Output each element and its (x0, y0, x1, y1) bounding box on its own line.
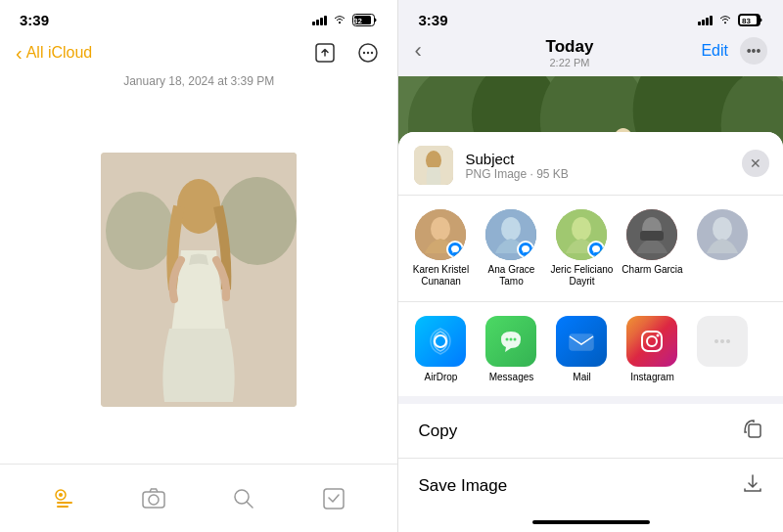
svg-point-40 (572, 217, 591, 241)
contact-avatar-4 (626, 209, 677, 260)
svg-point-54 (714, 339, 718, 343)
svg-rect-20 (324, 489, 344, 509)
contact-item-1[interactable]: Karen Kristel Cunanan (408, 209, 473, 288)
save-image-label: Save Image (418, 476, 507, 496)
contact-avatar-1 (415, 209, 466, 260)
contact-item-3[interactable]: Jeric Feliciano Dayrit (549, 209, 614, 288)
svg-point-45 (713, 217, 732, 241)
airdrop-label: AirDrop (425, 372, 458, 382)
copy-action[interactable]: Copy (398, 404, 783, 459)
left-status-bar: 3:39 32 (0, 0, 397, 35)
mail-app[interactable]: Mail (549, 316, 614, 382)
back-label: All iCloud (26, 44, 93, 62)
battery-icon: 32 (352, 14, 378, 26)
nav-center: Today 2:22 PM (546, 37, 594, 68)
camera-icon (141, 486, 166, 511)
airdrop-icon (415, 316, 466, 367)
airdrop-app[interactable]: AirDrop (408, 316, 473, 382)
copy-label: Copy (418, 421, 457, 441)
svg-point-8 (371, 52, 373, 54)
contact-name-2: Ana Grace Tamo (479, 264, 543, 288)
library-icon (52, 486, 77, 511)
contact-name-1: Karen Kristel Cunanan (408, 264, 473, 288)
signal-icon (312, 14, 327, 25)
photo-container (0, 96, 397, 464)
svg-point-52 (647, 336, 657, 346)
right-signal-icon (698, 14, 713, 25)
left-panel: 3:39 32 ‹ All (0, 0, 397, 532)
instagram-label: Instagram (630, 372, 673, 382)
right-status-time: 3:39 (418, 12, 447, 28)
nav-title: Today (546, 37, 594, 57)
svg-point-47 (506, 338, 509, 341)
upload-button[interactable] (311, 39, 339, 66)
instagram-app[interactable]: Instagram (620, 316, 684, 382)
svg-point-55 (720, 339, 724, 343)
more-app-svg (708, 327, 737, 356)
edit-tab[interactable] (309, 486, 358, 511)
save-icon (742, 472, 763, 499)
share-contacts: Karen Kristel Cunanan Ana Grace Tamo (398, 195, 783, 301)
messages-label: Messages (489, 372, 534, 382)
svg-point-49 (514, 338, 517, 341)
share-header-info: Subject PNG Image · 95 KB (465, 151, 568, 181)
share-actions: Copy Save Image (398, 404, 783, 512)
messenger-badge-2 (517, 241, 534, 258)
contact-avatar-2 (485, 209, 536, 260)
share-thumb-preview (414, 146, 453, 185)
search-icon (231, 486, 256, 511)
edit-icon (321, 486, 346, 511)
share-close-button[interactable]: ✕ (742, 150, 769, 177)
left-nav-bar: ‹ All iCloud (0, 35, 397, 74)
svg-rect-50 (570, 334, 593, 350)
mail-label: Mail (573, 372, 590, 382)
photo-display (101, 153, 297, 407)
contact-item-4[interactable]: Charm Garcia (620, 209, 684, 288)
camera-tab[interactable] (129, 486, 178, 511)
contact-photo-4 (626, 209, 677, 260)
home-area (398, 512, 783, 532)
home-indicator (532, 520, 650, 524)
svg-text:32: 32 (353, 17, 362, 25)
save-image-action[interactable]: Save Image (398, 459, 783, 512)
search-tab[interactable] (219, 486, 268, 511)
messenger-badge-1 (446, 241, 464, 258)
contact-photo-5 (697, 209, 748, 260)
airdrop-svg (426, 327, 455, 356)
back-button[interactable]: ‹ All iCloud (16, 42, 92, 65)
svg-point-12 (177, 179, 220, 234)
right-status-icons: 83 (698, 14, 763, 26)
nav-more-icon: ••• (747, 43, 761, 59)
instagram-svg (637, 327, 667, 356)
messages-app[interactable]: Messages (479, 316, 543, 382)
share-sheet: Subject PNG Image · 95 KB ✕ (398, 132, 783, 532)
edit-button[interactable]: Edit (697, 38, 732, 64)
photo-date: January 18, 2024 at 3:39 PM (0, 74, 397, 96)
contact-avatar-3 (556, 209, 607, 260)
svg-point-7 (367, 52, 369, 54)
contact-item-2[interactable]: Ana Grace Tamo (479, 209, 543, 288)
more-app[interactable] (690, 316, 755, 382)
right-nav-bar: ‹ Today 2:22 PM Edit ••• (398, 35, 783, 76)
share-header: Subject PNG Image · 95 KB ✕ (398, 132, 783, 195)
svg-rect-16 (57, 506, 69, 508)
chevron-left-icon: ‹ (16, 42, 23, 65)
svg-point-53 (657, 334, 660, 337)
share-apps: AirDrop Messages (398, 301, 783, 396)
upload-icon (314, 42, 336, 64)
library-tab[interactable] (40, 486, 89, 511)
contact-item-5[interactable] (690, 209, 755, 288)
mail-icon (556, 316, 607, 367)
more-app-icon (697, 316, 748, 367)
svg-point-0 (339, 22, 341, 23)
right-back-button[interactable]: ‹ (414, 37, 441, 65)
contact-avatar-5 (697, 209, 748, 260)
more-button[interactable] (354, 39, 382, 66)
messenger-badge-3 (587, 241, 605, 258)
right-battery-icon: 83 (738, 14, 763, 26)
svg-point-18 (149, 495, 159, 505)
messages-icon (485, 316, 536, 367)
wifi-icon (332, 14, 347, 25)
right-status-bar: 3:39 83 (398, 0, 783, 35)
nav-more-button[interactable]: ••• (740, 37, 767, 65)
